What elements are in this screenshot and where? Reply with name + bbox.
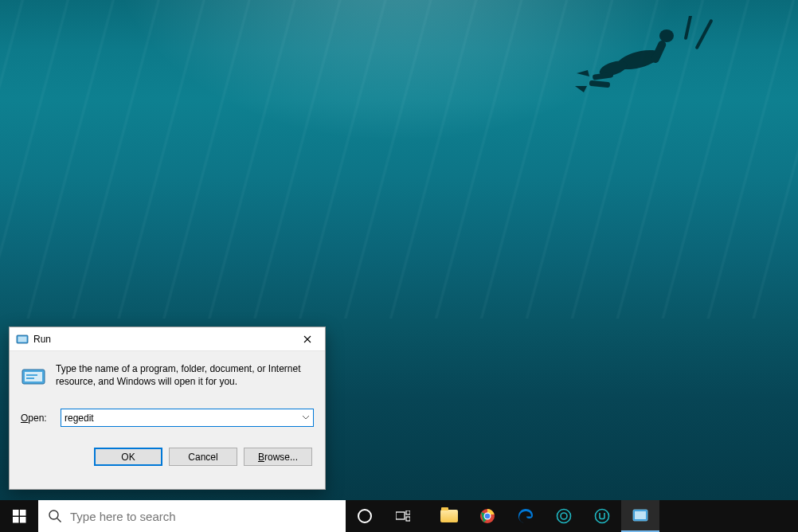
diver-graphic [543,16,718,127]
ok-button[interactable]: OK [94,448,162,466]
run-dialog-icon [16,333,29,346]
taskbar [0,500,798,532]
dropdown-button[interactable] [299,409,313,426]
svg-rect-12 [26,374,37,376]
svg-rect-21 [406,510,410,514]
chevron-down-icon [303,416,309,420]
svg-point-3 [659,29,674,42]
svg-rect-17 [20,517,26,523]
svg-rect-13 [26,377,34,379]
svg-rect-11 [25,372,42,381]
run-large-icon [21,364,46,389]
search-box[interactable] [38,500,346,532]
task-view-button[interactable] [384,500,422,532]
start-button[interactable] [0,500,38,532]
open-combobox[interactable] [61,409,314,427]
edge-taskbar[interactable] [507,500,545,532]
open-label: Open: [21,413,53,424]
svg-rect-15 [20,510,26,516]
titlebar[interactable]: Run [10,327,325,351]
circle-app-taskbar-2[interactable] [583,500,621,532]
svg-rect-22 [406,517,410,521]
svg-point-25 [485,514,491,519]
circle-app-taskbar-1[interactable] [545,500,583,532]
run-dialog-window: Run Type the name of a program, folder, … [9,327,326,490]
dialog-description: Type the name of a program, folder, docu… [56,362,314,388]
svg-rect-5 [589,80,611,88]
run-app-taskbar[interactable] [621,500,659,532]
chrome-taskbar[interactable] [468,500,507,532]
svg-rect-7 [684,16,693,40]
close-icon [303,335,311,343]
circle-u-icon [594,508,610,524]
search-icon [48,509,62,523]
svg-line-19 [57,518,61,522]
svg-rect-14 [13,510,19,516]
svg-rect-9 [18,336,27,342]
run-taskbar-icon [632,509,648,522]
svg-rect-6 [694,19,713,50]
svg-rect-20 [396,512,405,519]
svg-point-27 [561,513,567,519]
task-view-icon [396,510,410,522]
cancel-button[interactable]: Cancel [169,448,237,466]
svg-point-18 [49,510,58,519]
svg-point-28 [596,510,609,523]
circle-o-icon [556,508,572,524]
close-button[interactable] [289,327,325,351]
dialog-body: Type the name of a program, folder, docu… [10,351,325,474]
folder-icon [440,510,458,522]
dialog-button-row: OK Cancel Browse... [21,448,314,466]
titlebar-left: Run [16,333,51,346]
search-input[interactable] [70,510,336,523]
browse-button[interactable]: Browse... [244,448,312,466]
edge-icon [518,508,534,524]
window-title: Run [33,334,51,345]
chrome-icon [479,508,495,524]
open-input[interactable] [61,409,314,427]
cortana-icon [358,509,372,523]
windows-logo-icon [13,510,26,523]
svg-rect-30 [635,511,646,519]
file-explorer-taskbar[interactable] [430,500,468,532]
svg-point-26 [557,510,571,523]
svg-rect-16 [13,517,19,523]
cortana-button[interactable] [346,500,384,532]
